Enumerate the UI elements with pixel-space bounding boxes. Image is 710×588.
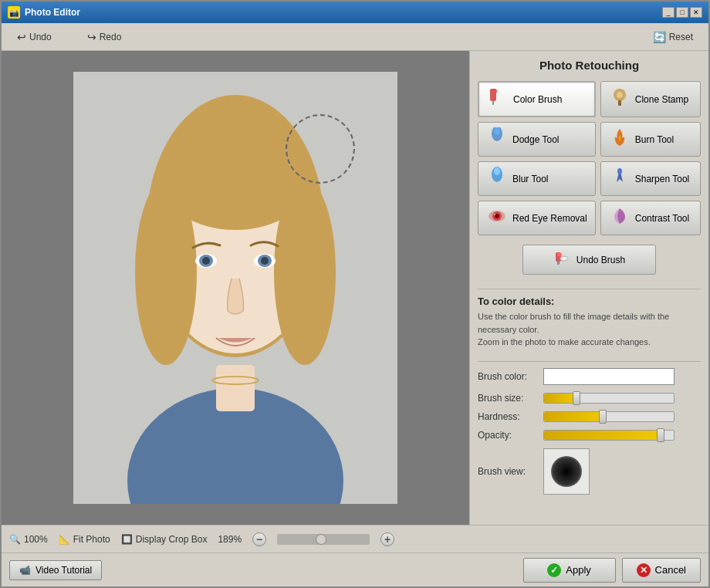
zoom-slider[interactable] [277, 534, 370, 545]
svg-point-13 [261, 257, 269, 265]
blur-tool-label: Blur Tool [512, 174, 548, 184]
main-window: 📷 Photo Editor _ □ ✕ ↩ Undo ↪ Redo 🔄 Res… [0, 0, 710, 588]
titlebar: 📷 Photo Editor _ □ ✕ [2, 2, 708, 23]
tool-grid: Color Brush Clone Stamp Dodge Tool [478, 81, 701, 235]
contrast-tool-icon [609, 206, 631, 230]
brush-size-row: Brush size: [478, 393, 701, 404]
svg-rect-31 [557, 261, 560, 265]
svg-point-17 [491, 89, 497, 93]
brush-color-swatch[interactable] [543, 368, 674, 385]
svg-point-10 [202, 257, 210, 265]
info-title: To color details: [478, 296, 701, 307]
cancel-button[interactable]: ✕ Cancel [622, 558, 701, 583]
minimize-button[interactable]: _ [662, 7, 674, 18]
brush-size-fill [544, 394, 576, 403]
dodge-tool-button[interactable]: Dodge Tool [478, 122, 596, 157]
svg-point-20 [617, 92, 623, 98]
bottom-bar: 📹 Video Tutorial ✓ Apply ✕ Cancel [2, 553, 708, 586]
hardness-control [543, 411, 701, 422]
undo-label: Undo [29, 32, 52, 42]
hardness-label: Hardness: [478, 411, 543, 422]
svg-rect-19 [618, 100, 621, 106]
color-brush-label: Color Brush [513, 94, 562, 105]
cancel-x-icon: ✕ [637, 563, 651, 577]
zoom-pct: 100% [24, 534, 48, 545]
slider-value: 189% [218, 534, 242, 545]
slider-pct: 189% [218, 534, 242, 545]
svg-point-32 [557, 253, 562, 257]
zoom-icon: 🔍 [9, 534, 21, 545]
color-brush-button[interactable]: Color Brush [478, 81, 596, 117]
status-bar: 🔍 100% 📐 Fit Photo 🔲 Display Crop Box 18… [2, 525, 708, 553]
divider2 [478, 361, 701, 362]
action-buttons: ✓ Apply ✕ Cancel [523, 558, 701, 583]
close-button[interactable]: ✕ [690, 7, 702, 18]
app-icon: 📷 [8, 6, 20, 19]
display-crop-box[interactable]: 🔲 Display Crop Box [121, 534, 208, 545]
undo-button[interactable]: ↩ Undo [11, 29, 58, 46]
burn-tool-label: Burn Tool [635, 134, 674, 145]
canvas-area[interactable] [2, 51, 469, 525]
svg-point-25 [617, 168, 622, 174]
color-brush-icon [487, 87, 509, 111]
video-tutorial-button[interactable]: 📹 Video Tutorial [9, 560, 102, 580]
brush-color-row: Brush color: [478, 368, 701, 385]
opacity-slider[interactable] [543, 430, 674, 441]
zoom-in-button[interactable]: + [380, 532, 394, 546]
maximize-button[interactable]: □ [676, 7, 688, 18]
clone-stamp-icon [609, 87, 631, 111]
apply-button[interactable]: ✓ Apply [523, 558, 616, 583]
svg-point-24 [494, 167, 500, 175]
brush-view-row: Brush view: [478, 448, 701, 495]
brush-circle-preview [551, 456, 582, 487]
hardness-thumb[interactable] [599, 410, 607, 424]
brush-color-control [543, 368, 701, 385]
opacity-label: Opacity: [478, 430, 543, 441]
opacity-row: Opacity: [478, 430, 701, 441]
svg-point-22 [494, 127, 500, 135]
window-title: Photo Editor [25, 7, 658, 18]
brush-size-label: Brush size: [478, 393, 543, 404]
hardness-slider[interactable] [543, 411, 674, 422]
brush-size-slider[interactable] [543, 393, 674, 404]
fit-photo[interactable]: 📐 Fit Photo [59, 534, 110, 545]
blur-tool-icon [486, 167, 508, 191]
opacity-thumb[interactable] [657, 428, 664, 442]
contrast-tool-button[interactable]: Contrast Tool [600, 201, 701, 235]
burn-tool-button[interactable]: Burn Tool [600, 122, 701, 157]
sharpen-tool-button[interactable]: Sharpen Tool [600, 161, 701, 196]
brush-size-control [543, 393, 701, 404]
clone-stamp-button[interactable]: Clone Stamp [600, 81, 701, 117]
apply-checkmark-icon: ✓ [547, 563, 561, 577]
brush-view-control [543, 448, 701, 495]
right-panel: Photo Retouching Color Brush Clone Stamp [469, 51, 708, 525]
opacity-control [543, 430, 701, 441]
blur-tool-button[interactable]: Blur Tool [478, 161, 596, 196]
svg-rect-16 [492, 100, 494, 105]
brush-size-thumb[interactable] [573, 391, 580, 405]
svg-point-33 [560, 256, 568, 261]
undo-brush-icon [553, 250, 570, 269]
red-eye-removal-icon [486, 206, 508, 230]
clone-stamp-label: Clone Stamp [635, 94, 688, 105]
redo-button[interactable]: ↪ Redo [81, 29, 128, 46]
zoom-out-button[interactable]: − [252, 532, 266, 546]
redo-label: Redo [100, 32, 122, 42]
red-eye-removal-button[interactable]: Red Eye Removal [478, 201, 596, 235]
undo-brush-button[interactable]: Undo Brush [522, 245, 656, 275]
panel-title: Photo Retouching [478, 59, 701, 72]
opacity-fill [544, 431, 661, 440]
reset-button[interactable]: 🔄 Reset [647, 29, 699, 46]
brush-color-label: Brush color: [478, 371, 543, 382]
info-text: Use the color brush to fill the image de… [478, 310, 701, 349]
dodge-tool-label: Dodge Tool [512, 134, 560, 145]
brush-view-label: Brush view: [478, 466, 543, 477]
brush-selection-circle [286, 114, 355, 184]
reset-label: Reset [669, 32, 693, 42]
video-tutorial-label: Video Tutorial [36, 565, 92, 576]
burn-tool-icon [609, 127, 631, 151]
main-content: Photo Retouching Color Brush Clone Stamp [2, 51, 708, 525]
svg-point-29 [494, 214, 495, 215]
hardness-row: Hardness: [478, 411, 701, 422]
photo-canvas[interactable] [73, 72, 397, 504]
